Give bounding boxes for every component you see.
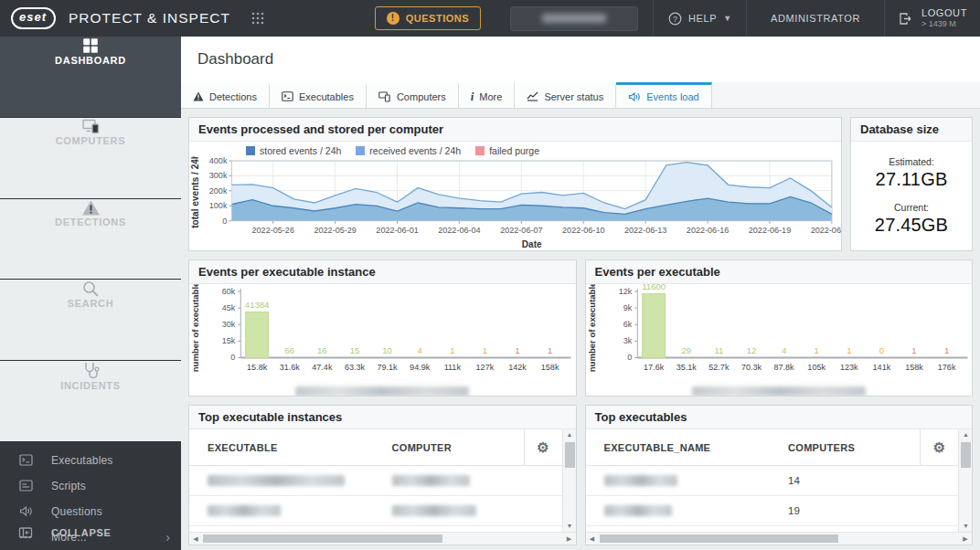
svg-text:141k: 141k <box>872 363 890 372</box>
svg-text:1: 1 <box>515 345 519 355</box>
page-title: Dashboard <box>197 50 273 69</box>
chart-icon <box>527 91 538 101</box>
vertical-scrollbar[interactable]: ▲ ▼ <box>958 429 972 532</box>
gear-icon[interactable]: ⚙ <box>537 440 549 454</box>
scrollbar-thumb[interactable] <box>203 534 442 543</box>
table-row[interactable] <box>189 496 562 526</box>
scroll-down-icon[interactable]: ▼ <box>959 521 972 532</box>
scroll-left-icon[interactable]: ◀ <box>189 533 202 545</box>
scrollbar-thumb[interactable] <box>600 534 839 543</box>
logout-label: LOGOUT <box>921 7 967 20</box>
collapse-label: COLLAPSE <box>51 527 112 538</box>
svg-text:10: 10 <box>382 345 392 355</box>
svg-text:15: 15 <box>350 345 360 355</box>
events-per-executable-panel: Events per executable 03k6k9k12k1160017.… <box>585 259 974 397</box>
svg-text:15.8k: 15.8k <box>247 363 268 372</box>
legend-item[interactable]: failed purge <box>475 145 539 156</box>
warning-triangle-icon <box>65 199 116 217</box>
svg-text:300k: 300k <box>209 171 228 180</box>
help-menu[interactable]: ? HELP ▼ <box>653 0 746 37</box>
table-header: EXECUTABLE_NAME COMPUTERS ⚙ <box>586 429 959 466</box>
logout-button[interactable]: LOGOUT > 1439 M <box>884 0 980 37</box>
events-area-chart[interactable]: 0100k200k300k400k2022-05-262022-05-29202… <box>189 156 841 250</box>
horizontal-scrollbar[interactable]: ◀ ▶ <box>189 532 576 545</box>
legend-label: received events / 24h <box>369 145 461 156</box>
questions-button[interactable]: ! QUESTIONS <box>375 6 481 30</box>
svg-text:47.4k: 47.4k <box>312 363 333 372</box>
table-row[interactable]: 19 <box>586 496 959 526</box>
tab-computers[interactable]: Computers <box>367 82 459 108</box>
collapse-icon <box>0 526 51 539</box>
scroll-right-icon[interactable]: ▶ <box>959 533 972 545</box>
column-header-executable[interactable]: EXECUTABLE <box>189 442 392 453</box>
tab-detections[interactable]: Detections <box>181 82 270 108</box>
cell-value: 14 <box>788 475 800 486</box>
svg-text:70.3k: 70.3k <box>740 363 762 372</box>
sidebar-item-scripts[interactable]: Scripts <box>0 473 181 499</box>
svg-text:45k: 45k <box>222 303 236 312</box>
scrollbar-thumb[interactable] <box>961 442 971 468</box>
scroll-left-icon[interactable]: ◀ <box>586 533 599 545</box>
tab-server-status[interactable]: Server status <box>515 82 616 108</box>
vertical-scrollbar[interactable]: ▲ ▼ <box>562 429 576 532</box>
apps-grid-icon[interactable] <box>250 11 265 26</box>
estimated-value: 27.11GB <box>851 169 972 190</box>
svg-text:100k: 100k <box>209 201 228 210</box>
horizontal-scrollbar[interactable]: ◀ ▶ <box>586 532 973 545</box>
svg-text:105k: 105k <box>807 363 826 372</box>
column-header-executable-name[interactable]: EXECUTABLE_NAME <box>586 442 789 453</box>
table-row[interactable]: 14 <box>586 466 959 496</box>
table-row[interactable] <box>189 466 562 496</box>
column-header-computer[interactable]: COMPUTER <box>392 442 524 453</box>
questions-button-label: QUESTIONS <box>406 13 469 24</box>
sidebar-item-computers[interactable]: COMPUTERS <box>0 118 181 199</box>
scroll-right-icon[interactable]: ▶ <box>563 533 576 545</box>
svg-text:number of executables: number of executables <box>587 284 597 372</box>
svg-text:9k: 9k <box>623 303 632 312</box>
svg-text:2022-06-19: 2022-06-19 <box>749 226 791 235</box>
sidebar-item-label: INCIDENTS <box>60 380 121 391</box>
gear-icon[interactable]: ⚙ <box>933 440 946 454</box>
svg-text:12: 12 <box>746 345 756 355</box>
scroll-down-icon[interactable]: ▼ <box>563 521 576 532</box>
legend-item[interactable]: stored events / 24h <box>246 145 341 156</box>
svg-text:12k: 12k <box>618 287 632 296</box>
user-menu[interactable]: ADMINISTRATOR <box>746 0 884 37</box>
sidebar-item-incidents[interactable]: INCIDENTS <box>0 361 181 442</box>
tab-events-load[interactable]: Events load <box>616 82 711 108</box>
tab-executables[interactable]: Executables <box>270 82 367 108</box>
events-per-executable-bar-chart[interactable]: 03k6k9k12k1160017.6k2935.1k1152.7k1270.3… <box>586 284 973 387</box>
svg-text:29: 29 <box>681 345 691 355</box>
scroll-up-icon[interactable]: ▲ <box>563 429 576 440</box>
alert-exclamation-icon: ! <box>387 12 399 25</box>
collapse-button[interactable]: COLLAPSE <box>0 515 181 550</box>
svg-text:1: 1 <box>548 345 552 355</box>
redacted-text <box>604 505 672 516</box>
events-per-instance-bar-chart[interactable]: 015k30k45k60k4138415.8k6631.6k1647.4k156… <box>189 284 576 387</box>
terminal-icon <box>0 454 51 466</box>
svg-text:158k: 158k <box>905 363 923 372</box>
scroll-up-icon[interactable]: ▲ <box>959 429 972 440</box>
tab-label: Events load <box>646 91 698 102</box>
scrollbar-thumb[interactable] <box>565 442 575 468</box>
eset-logo[interactable]: eset <box>11 7 56 29</box>
legend-item[interactable]: received events / 24h <box>356 145 461 156</box>
sidebar-item-executables[interactable]: Executables <box>0 448 181 473</box>
sidebar-item-detections[interactable]: DETECTIONS <box>0 199 181 280</box>
page-header: Dashboard <box>181 37 980 82</box>
terminal-icon <box>282 91 293 101</box>
svg-text:1: 1 <box>814 345 818 355</box>
svg-text:2022-05-26: 2022-05-26 <box>252 226 294 235</box>
svg-text:0: 0 <box>879 345 883 355</box>
sidebar-item-dashboard[interactable]: DASHBOARD <box>0 37 181 118</box>
server-name-box[interactable] <box>510 6 638 31</box>
legend-label: stored events / 24h <box>260 145 341 156</box>
svg-text:1: 1 <box>847 345 851 355</box>
svg-text:400k: 400k <box>209 156 228 165</box>
tab-more[interactable]: i More <box>459 82 516 108</box>
cell-value: 19 <box>788 505 800 516</box>
sidebar-item-search[interactable]: SEARCH <box>0 280 181 361</box>
computers-icon <box>378 91 391 102</box>
sidebar-item-label: DETECTIONS <box>55 217 126 227</box>
column-header-computers[interactable]: COMPUTERS <box>788 442 920 453</box>
